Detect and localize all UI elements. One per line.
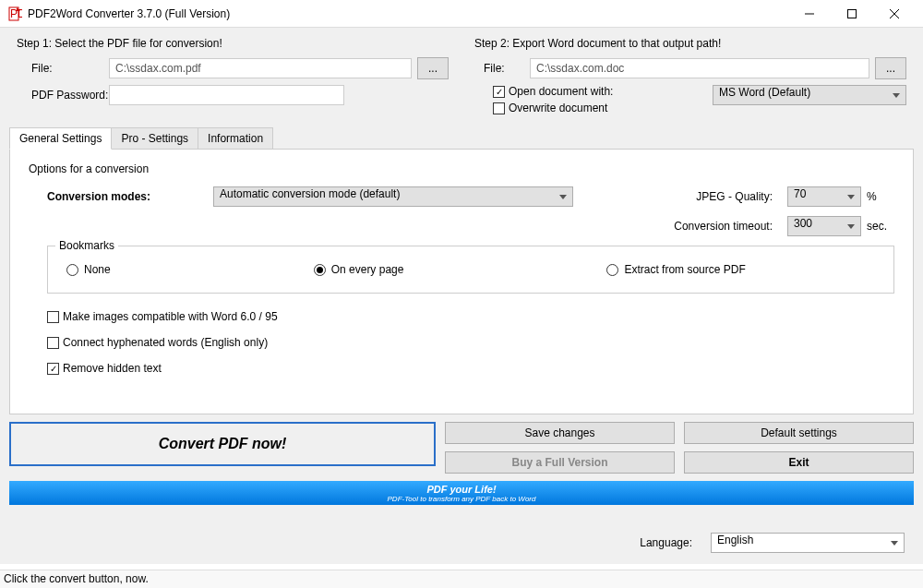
compat-checkbox[interactable]: Make images compatible with Word 6.0 / 9… bbox=[47, 310, 894, 323]
svg-text:PDF: PDF bbox=[10, 7, 22, 20]
bookmarks-group: Bookmarks None On every page Extract fro… bbox=[47, 246, 894, 294]
save-changes-button[interactable]: Save changes bbox=[445, 422, 675, 444]
overwrite-label: Overwrite document bbox=[509, 102, 607, 114]
exit-button[interactable]: Exit bbox=[684, 451, 914, 474]
banner: PDF your Life! PDF-Tool to transform any… bbox=[9, 481, 914, 505]
language-label: Language: bbox=[640, 536, 692, 549]
tab-general[interactable]: General Settings bbox=[9, 127, 112, 150]
input-file-path[interactable] bbox=[109, 58, 412, 78]
step2-title: Step 2: Export Word document to that out… bbox=[474, 37, 906, 50]
output-file-path[interactable] bbox=[530, 58, 869, 78]
browse-output-button[interactable]: ... bbox=[875, 57, 906, 79]
pdf-password-input[interactable] bbox=[109, 85, 344, 105]
step1-title: Step 1: Select the PDF file for conversi… bbox=[17, 37, 449, 50]
hyphen-checkbox[interactable]: Connect hyphenated words (English only) bbox=[47, 336, 894, 349]
window-title: PDF2Word Converter 3.7.0 (Full Version) bbox=[28, 7, 230, 20]
timeout-label: Conversion timeout: bbox=[674, 220, 773, 233]
banner-title: PDF your Life! bbox=[426, 484, 496, 495]
minimize-button[interactable] bbox=[788, 0, 831, 28]
file-label: File: bbox=[17, 62, 109, 75]
timeout-select[interactable]: 300 bbox=[787, 216, 861, 236]
radio-extract[interactable]: Extract from source PDF bbox=[606, 263, 745, 276]
tab-information[interactable]: Information bbox=[198, 127, 273, 150]
overwrite-checkbox[interactable]: Overwrite document bbox=[493, 102, 613, 114]
bookmarks-label: Bookmarks bbox=[55, 239, 118, 252]
open-with-select[interactable]: MS Word (Default) bbox=[713, 85, 906, 105]
hidden-text-checkbox[interactable]: ✓Remove hidden text bbox=[47, 362, 894, 375]
app-icon: PDF bbox=[7, 6, 22, 21]
options-title: Options for a conversion bbox=[29, 162, 894, 175]
open-with-label: Open document with: bbox=[509, 85, 613, 98]
step1-panel: Step 1: Select the PDF file for conversi… bbox=[9, 31, 456, 124]
jpeg-unit: % bbox=[867, 190, 894, 203]
svg-rect-3 bbox=[848, 9, 857, 18]
convert-button[interactable]: Convert PDF now! bbox=[9, 422, 436, 466]
maximize-button[interactable] bbox=[831, 0, 873, 28]
jpeg-quality-select[interactable]: 70 bbox=[787, 186, 861, 207]
default-settings-button[interactable]: Default settings bbox=[684, 422, 914, 444]
timeout-unit: sec. bbox=[867, 220, 894, 233]
open-with-checkbox[interactable]: ✓Open document with: bbox=[493, 85, 613, 98]
tab-pro[interactable]: Pro - Settings bbox=[111, 127, 198, 150]
browse-input-button[interactable]: ... bbox=[417, 57, 449, 79]
conversion-mode-label: Conversion modes: bbox=[29, 190, 213, 203]
title-bar: PDF PDF2Word Converter 3.7.0 (Full Versi… bbox=[0, 0, 923, 28]
output-file-label: File: bbox=[474, 62, 530, 75]
language-select[interactable]: English bbox=[711, 533, 905, 553]
tab-body: Options for a conversion Conversion mode… bbox=[9, 149, 914, 414]
buy-full-button[interactable]: Buy a Full Version bbox=[445, 451, 675, 474]
radio-none[interactable]: None bbox=[66, 263, 111, 276]
jpeg-quality-label: JPEG - Quality: bbox=[696, 190, 773, 203]
close-button[interactable] bbox=[873, 0, 916, 28]
step2-panel: Step 2: Export Word document to that out… bbox=[467, 31, 914, 124]
status-bar: Click the convert button, now. bbox=[0, 570, 923, 588]
conversion-mode-select[interactable]: Automatic conversion mode (default) bbox=[213, 186, 573, 207]
banner-subtitle: PDF-Tool to transform any PDF back to Wo… bbox=[388, 495, 536, 503]
radio-every-page[interactable]: On every page bbox=[314, 263, 404, 276]
pdf-password-label: PDF Password: bbox=[17, 89, 109, 102]
